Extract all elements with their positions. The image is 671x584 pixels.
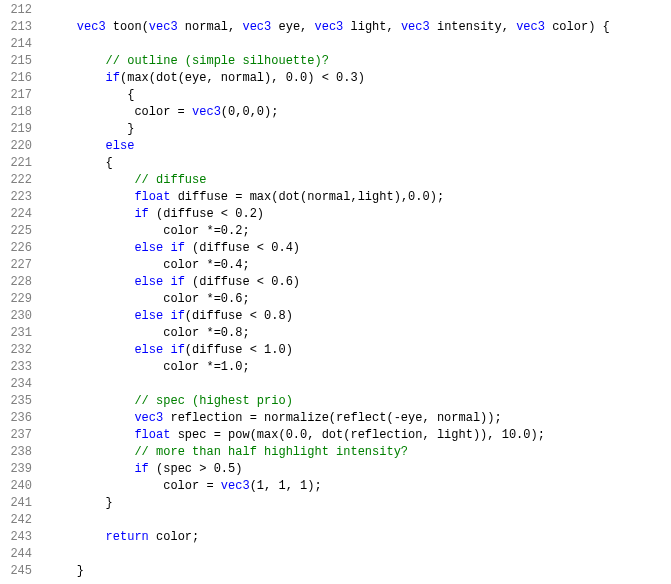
code-token: reflection = normalize(reflect(-eye, nor…	[163, 411, 501, 425]
line-number: 226	[4, 240, 32, 257]
code-token: color =	[48, 479, 221, 493]
code-token: vec3	[315, 20, 344, 34]
code-token: (spec > 0.5)	[149, 462, 243, 476]
line-number: 244	[4, 546, 32, 563]
line-number: 234	[4, 376, 32, 393]
code-token	[48, 530, 106, 544]
code-line: color *=0.2;	[48, 223, 610, 240]
line-number: 223	[4, 189, 32, 206]
code-line: else if(diffuse < 0.8)	[48, 308, 610, 325]
code-token: toon(	[106, 20, 149, 34]
line-number: 243	[4, 529, 32, 546]
code-token: if	[134, 462, 148, 476]
code-token: color *=0.8;	[48, 326, 250, 340]
code-line: else	[48, 138, 610, 155]
line-number: 229	[4, 291, 32, 308]
code-token: normal,	[178, 20, 243, 34]
line-number: 218	[4, 104, 32, 121]
code-line	[48, 512, 610, 529]
code-token	[48, 411, 134, 425]
code-token: color *=0.4;	[48, 258, 250, 272]
line-number: 220	[4, 138, 32, 155]
code-line: color *=0.8;	[48, 325, 610, 342]
line-number: 233	[4, 359, 32, 376]
code-token	[48, 275, 134, 289]
line-number: 224	[4, 206, 32, 223]
code-token	[48, 343, 134, 357]
code-token	[48, 462, 134, 476]
code-line: }	[48, 121, 610, 138]
code-token: {	[48, 156, 113, 170]
line-number: 241	[4, 495, 32, 512]
code-token: color *=0.6;	[48, 292, 250, 306]
code-token: // outline (simple silhouette)?	[106, 54, 329, 68]
line-number: 232	[4, 342, 32, 359]
code-token: vec3	[149, 20, 178, 34]
line-number: 235	[4, 393, 32, 410]
code-line	[48, 36, 610, 53]
code-line: color = vec3(0,0,0);	[48, 104, 610, 121]
code-line: float spec = pow(max(0.0, dot(reflection…	[48, 427, 610, 444]
line-number: 239	[4, 461, 32, 478]
line-number: 240	[4, 478, 32, 495]
code-viewer: 2122132142152162172182192202212222232242…	[0, 0, 671, 582]
code-area: vec3 toon(vec3 normal, vec3 eye, vec3 li…	[38, 0, 610, 582]
code-token: (diffuse < 1.0)	[185, 343, 293, 357]
code-token: vec3	[516, 20, 545, 34]
line-number: 215	[4, 53, 32, 70]
code-line	[48, 376, 610, 393]
code-token: float	[134, 428, 170, 442]
code-token: // more than half highlight intensity?	[134, 445, 408, 459]
line-number: 216	[4, 70, 32, 87]
code-token: (diffuse < 0.6)	[185, 275, 300, 289]
code-token: diffuse = max(dot(normal,light),0.0);	[170, 190, 444, 204]
code-token: else	[134, 241, 163, 255]
code-line: if (spec > 0.5)	[48, 461, 610, 478]
code-token: (0,0,0);	[221, 105, 279, 119]
code-token	[48, 20, 77, 34]
code-token: vec3	[401, 20, 430, 34]
line-number: 228	[4, 274, 32, 291]
line-number: 227	[4, 257, 32, 274]
code-line: }	[48, 563, 610, 580]
line-number-gutter: 2122132142152162172182192202212222232242…	[0, 0, 38, 582]
code-token: intensity,	[430, 20, 516, 34]
code-line: {	[48, 155, 610, 172]
code-token	[48, 54, 106, 68]
line-number: 238	[4, 444, 32, 461]
code-token: vec3	[77, 20, 106, 34]
code-token: float	[134, 190, 170, 204]
line-number: 225	[4, 223, 32, 240]
code-token: // spec (highest prio)	[134, 394, 292, 408]
code-token: else	[106, 139, 135, 153]
code-line: color = vec3(1, 1, 1);	[48, 478, 610, 495]
line-number: 230	[4, 308, 32, 325]
code-token: (diffuse < 0.4)	[185, 241, 300, 255]
code-token	[48, 173, 134, 187]
code-token: else	[134, 343, 163, 357]
code-token: light,	[343, 20, 401, 34]
code-token	[48, 71, 106, 85]
code-line: else if(diffuse < 1.0)	[48, 342, 610, 359]
code-line: if(max(dot(eye, normal), 0.0) < 0.3)	[48, 70, 610, 87]
line-number: 222	[4, 172, 32, 189]
code-line: vec3 reflection = normalize(reflect(-eye…	[48, 410, 610, 427]
line-number: 219	[4, 121, 32, 138]
code-token: if	[106, 71, 120, 85]
code-token	[48, 190, 134, 204]
code-token: vec3	[134, 411, 163, 425]
code-line: if (diffuse < 0.2)	[48, 206, 610, 223]
code-token: vec3	[242, 20, 271, 34]
code-token	[48, 241, 134, 255]
code-token: (max(dot(eye, normal), 0.0) < 0.3)	[120, 71, 365, 85]
code-token: color =	[48, 105, 192, 119]
code-token	[48, 428, 134, 442]
code-token: color *=1.0;	[48, 360, 250, 374]
code-token: vec3	[221, 479, 250, 493]
code-line: color *=0.4;	[48, 257, 610, 274]
line-number: 245	[4, 563, 32, 580]
code-token: if	[170, 309, 184, 323]
code-line: // outline (simple silhouette)?	[48, 53, 610, 70]
code-token: }	[48, 496, 113, 510]
code-token: spec = pow(max(0.0, dot(reflection, ligh…	[170, 428, 544, 442]
